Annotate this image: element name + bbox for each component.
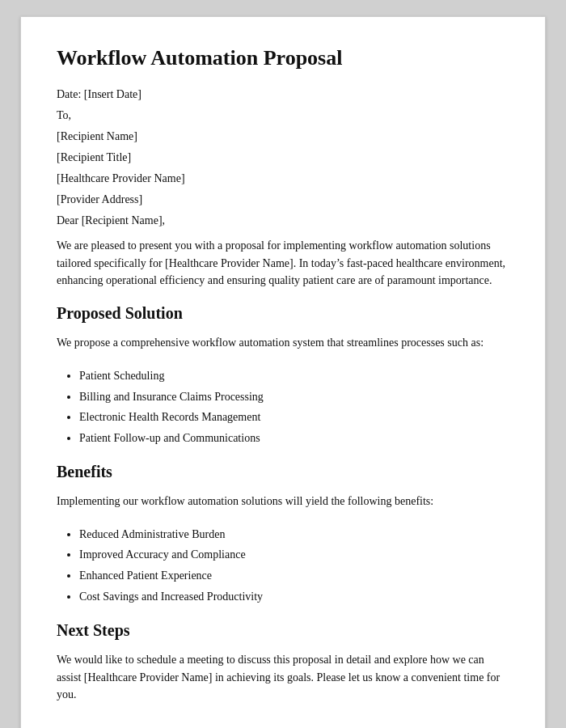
list-item: Billing and Insurance Claims Processing — [79, 387, 509, 407]
proposed-solution-paragraph: We propose a comprehensive workflow auto… — [57, 334, 509, 352]
provider-name-line: [Healthcare Provider Name] — [57, 172, 509, 185]
to-line: To, — [57, 109, 509, 122]
benefits-heading: Benefits — [57, 463, 509, 481]
recipient-name-line: [Recipient Name] — [57, 130, 509, 143]
document-container: Workflow Automation Proposal Date: [Inse… — [20, 16, 546, 728]
intro-paragraph: We are pleased to present you with a pro… — [57, 237, 509, 290]
date-line: Date: [Insert Date] — [57, 88, 509, 101]
list-item: Reduced Administrative Burden — [79, 525, 509, 544]
proposed-solution-list: Patient Scheduling Billing and Insurance… — [79, 366, 509, 448]
list-item: Patient Scheduling — [79, 366, 509, 386]
list-item: Patient Follow-up and Communications — [79, 429, 509, 448]
list-item: Electronic Health Records Management — [79, 408, 509, 427]
document-title: Workflow Automation Proposal — [57, 46, 509, 70]
next-steps-heading: Next Steps — [57, 621, 509, 640]
benefits-list: Reduced Administrative Burden Improved A… — [79, 525, 509, 607]
salutation-line: Dear [Recipient Name], — [57, 214, 509, 227]
list-item: Enhanced Patient Experience — [79, 566, 509, 586]
next-steps-paragraph: We would like to schedule a meeting to d… — [57, 651, 509, 704]
list-item: Cost Savings and Increased Productivity — [79, 587, 509, 607]
provider-address-line: [Provider Address] — [57, 193, 509, 206]
benefits-paragraph: Implementing our workflow automation sol… — [57, 493, 509, 510]
proposed-solution-heading: Proposed Solution — [57, 304, 509, 323]
list-item: Improved Accuracy and Compliance — [79, 545, 509, 565]
recipient-title-line: [Recipient Title] — [57, 151, 509, 164]
